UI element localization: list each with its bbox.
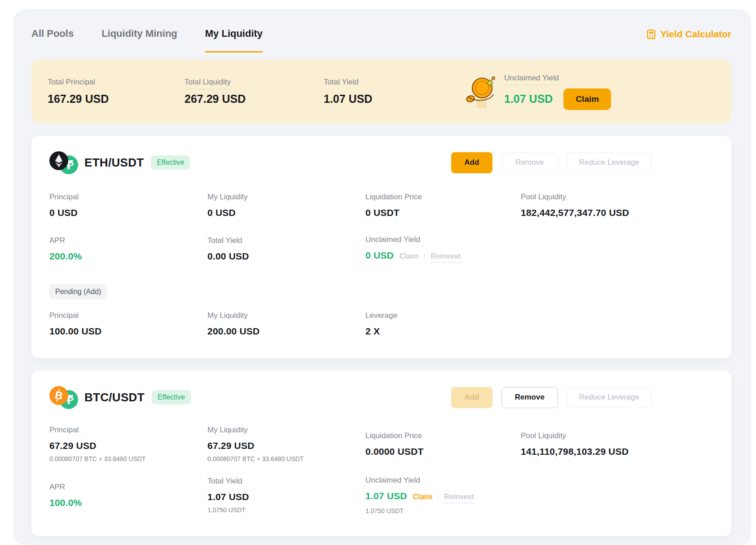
stat-pool-liquidity: Pool Liquidity 141,110,798,103.29 USD xyxy=(521,431,713,457)
stat-label: Principal xyxy=(49,311,207,320)
stat-label: Principal xyxy=(49,426,207,435)
stat-label: APR xyxy=(49,483,207,492)
tab-bar: All Pools Liquidity Mining My Liquidity xyxy=(31,28,290,53)
stat-value: 0 USD xyxy=(49,207,207,218)
stat-label: APR xyxy=(49,236,207,245)
total-principal: Total Principal 167.29 USD xyxy=(48,78,185,105)
yield-calculator-label: Yield Calculator xyxy=(660,29,731,40)
stat-principal: Principal 0 USD xyxy=(49,193,207,218)
stat-liquidation-price: Liquidation Price 0 USDT xyxy=(365,193,521,218)
total-yield-label: Total Yield xyxy=(324,78,465,87)
eth-icon xyxy=(49,151,68,172)
divider xyxy=(438,494,438,501)
btc-icon: B xyxy=(49,386,68,407)
stat-total-yield: Total Yield 1.07 USD 1.0750 USDT xyxy=(207,477,365,514)
pending-my-liquidity: My Liquidity 200.00 USD xyxy=(207,311,365,337)
pending-add-badge: Pending (Add) xyxy=(49,284,107,299)
total-liquidity-label[interactable]: Total Liquidity xyxy=(185,78,231,89)
total-principal-label: Total Principal xyxy=(48,78,185,87)
stat-label: My Liquidity xyxy=(207,426,365,435)
stat-label: My Liquidity xyxy=(207,311,365,320)
pending-principal: Principal 100.00 USD xyxy=(49,311,207,337)
stat-value: 182,442,577,347.70 USD xyxy=(521,207,713,218)
pair-icons xyxy=(49,151,79,174)
stat-label: My Liquidity xyxy=(207,193,365,202)
reduce-leverage-button[interactable]: Reduce Leverage xyxy=(567,387,651,408)
stat-value: 1.07 USD xyxy=(207,492,365,502)
add-button[interactable]: Add xyxy=(451,152,492,173)
pair-name: BTC/USDT xyxy=(84,391,145,404)
topbar: All Pools Liquidity Mining My Liquidity … xyxy=(31,28,731,53)
unclaimed-yield-block: Unclaimed Yield 1.07 USD Claim xyxy=(465,70,715,113)
remove-button[interactable]: Remove xyxy=(501,387,558,408)
stat-sub-value: 0.00080707 BTC + 33.6480 USDT xyxy=(49,455,207,462)
add-button[interactable]: Add xyxy=(451,387,492,408)
stat-value: 200.00 USD xyxy=(207,326,365,337)
reinvest-link[interactable]: Reinvest xyxy=(444,493,474,503)
stat-sub-value: 1.0750 USDT xyxy=(365,507,521,514)
stat-value: 141,110,798,103.29 USD xyxy=(521,446,713,457)
stat-principal: Principal 67.29 USD 0.00080707 BTC + 33.… xyxy=(49,426,207,462)
pending-leverage: Leverage 2 X xyxy=(365,311,521,337)
stat-label: Unclaimed Yield xyxy=(365,235,521,244)
reduce-leverage-button[interactable]: Reduce Leverage xyxy=(567,152,651,173)
stat-label: Liquidation Price xyxy=(365,431,521,440)
stat-unclaimed-yield: Unclaimed Yield 1.07 USD Claim Reinvest … xyxy=(365,476,521,514)
reinvest-link[interactable]: Reinvest xyxy=(431,252,461,263)
stat-value: 100.00 USD xyxy=(49,326,207,337)
stat-unclaimed-yield: Unclaimed Yield 0 USD Claim Reinvest xyxy=(365,235,521,263)
pending-section: Pending (Add) Principal 100.00 USD My Li… xyxy=(49,284,713,337)
total-liquidity-value: 267.29 USD xyxy=(185,92,324,105)
claim-link[interactable]: Claim xyxy=(400,252,419,260)
claim-button[interactable]: Claim xyxy=(563,88,611,110)
stat-apr: APR 100.0% xyxy=(49,483,207,508)
stat-value: 0 USD xyxy=(207,207,365,218)
calculator-icon xyxy=(646,29,656,40)
pair-name: ETH/USDT xyxy=(84,156,144,170)
total-liquidity: Total Liquidity 267.29 USD xyxy=(185,78,324,105)
stat-total-yield: Total Yield 0.00 USD xyxy=(207,236,365,262)
tab-all-pools[interactable]: All Pools xyxy=(31,28,74,53)
stat-pool-liquidity: Pool Liquidity 182,442,577,347.70 USD xyxy=(521,193,713,218)
liquidity-panel: All Pools Liquidity Mining My Liquidity … xyxy=(13,9,751,545)
stat-label: Unclaimed Yield xyxy=(365,476,521,485)
stat-my-liquidity: My Liquidity 0 USD xyxy=(207,193,365,218)
status-badge: Effective xyxy=(152,390,191,404)
claim-link[interactable]: Claim xyxy=(413,493,433,501)
pool-card-eth-usdt: ETH/USDT Effective Add Remove Reduce Lev… xyxy=(31,136,731,358)
yield-calculator-link[interactable]: Yield Calculator xyxy=(646,29,731,40)
stat-value: 0 USD xyxy=(365,250,394,261)
divider xyxy=(424,253,425,260)
stat-value: 0 USDT xyxy=(365,207,521,218)
stat-value: 2 X xyxy=(365,326,521,337)
pair-icons: B xyxy=(49,386,79,409)
stat-label: Pool Liquidity xyxy=(521,431,713,440)
stat-my-liquidity: My Liquidity 67.29 USD 0.00080707 BTC + … xyxy=(207,426,365,462)
total-yield: Total Yield 1.07 USD xyxy=(324,78,465,105)
stat-apr: APR 200.0% xyxy=(49,236,207,262)
stat-value: 100.0% xyxy=(49,497,207,508)
stat-value: 67.29 USD xyxy=(49,440,207,451)
stat-value: 1.07 USD xyxy=(365,491,407,501)
tab-liquidity-mining[interactable]: Liquidity Mining xyxy=(101,28,177,53)
stat-value: 0.0000 USDT xyxy=(365,446,521,457)
summary-banner: Total Principal 167.29 USD Total Liquidi… xyxy=(31,60,731,123)
stat-label: Leverage xyxy=(365,311,521,320)
coin-illustration-icon xyxy=(465,73,497,113)
stat-liquidation-price: Liquidation Price 0.0000 USDT xyxy=(365,431,521,457)
pool-card-btc-usdt: B BTC/USDT Effective Add Remove Reduce L… xyxy=(31,371,731,536)
remove-button[interactable]: Remove xyxy=(501,152,558,173)
stat-sub-value: 1.0750 USDT xyxy=(207,506,365,514)
stat-value: 0.00 USD xyxy=(207,251,365,262)
status-badge: Effective xyxy=(151,155,190,170)
total-yield-value: 1.07 USD xyxy=(324,92,465,105)
stat-value: 200.0% xyxy=(49,251,207,262)
stat-label: Pool Liquidity xyxy=(521,193,713,202)
total-principal-value: 167.29 USD xyxy=(48,92,185,105)
tab-my-liquidity[interactable]: My Liquidity xyxy=(205,28,263,53)
stat-label: Total Yield xyxy=(207,477,365,486)
stat-sub-value: 0.00080707 BTC + 33.6480 USDT xyxy=(207,455,365,462)
stat-label: Liquidation Price xyxy=(365,193,521,202)
unclaimed-yield-label[interactable]: Unclaimed Yield xyxy=(504,74,559,85)
stat-label: Total Yield xyxy=(207,236,365,245)
